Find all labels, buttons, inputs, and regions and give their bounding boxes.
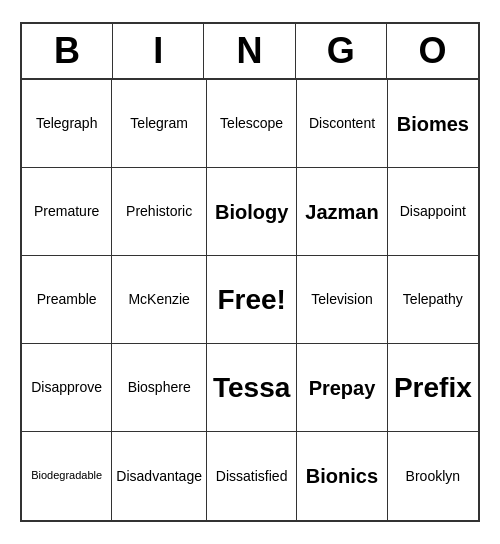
cell-text-3: Discontent xyxy=(309,115,375,132)
cell-text-24: Brooklyn xyxy=(406,468,460,485)
bingo-cell-19: Prefix xyxy=(388,344,478,432)
cell-text-13: Television xyxy=(311,291,372,308)
cell-text-17: Tessa xyxy=(213,371,290,405)
bingo-card: BINGO TelegraphTelegramTelescopeDisconte… xyxy=(20,22,480,522)
cell-text-0: Telegraph xyxy=(36,115,98,132)
bingo-cell-9: Disappoint xyxy=(388,168,478,256)
cell-text-9: Disappoint xyxy=(400,203,466,220)
header-letter-I: I xyxy=(113,24,204,78)
bingo-header: BINGO xyxy=(22,24,478,80)
header-letter-N: N xyxy=(204,24,295,78)
bingo-cell-20: Biodegradable xyxy=(22,432,112,520)
cell-text-15: Disapprove xyxy=(31,379,102,396)
bingo-cell-14: Telepathy xyxy=(388,256,478,344)
bingo-cell-16: Biosphere xyxy=(112,344,207,432)
bingo-cell-4: Biomes xyxy=(388,80,478,168)
bingo-cell-10: Preamble xyxy=(22,256,112,344)
bingo-cell-6: Prehistoric xyxy=(112,168,207,256)
bingo-cell-12: Free! xyxy=(207,256,297,344)
cell-text-14: Telepathy xyxy=(403,291,463,308)
bingo-cell-3: Discontent xyxy=(297,80,387,168)
cell-text-7: Biology xyxy=(215,200,288,224)
cell-text-20: Biodegradable xyxy=(31,469,102,482)
cell-text-1: Telegram xyxy=(130,115,188,132)
header-letter-O: O xyxy=(387,24,478,78)
bingo-cell-0: Telegraph xyxy=(22,80,112,168)
cell-text-12: Free! xyxy=(217,283,285,317)
cell-text-4: Biomes xyxy=(397,112,469,136)
cell-text-23: Bionics xyxy=(306,464,378,488)
bingo-cell-2: Telescope xyxy=(207,80,297,168)
bingo-cell-8: Jazman xyxy=(297,168,387,256)
bingo-cell-1: Telegram xyxy=(112,80,207,168)
cell-text-8: Jazman xyxy=(305,200,378,224)
header-letter-B: B xyxy=(22,24,113,78)
cell-text-2: Telescope xyxy=(220,115,283,132)
cell-text-21: Disadvantage xyxy=(116,468,202,485)
bingo-cell-21: Disadvantage xyxy=(112,432,207,520)
cell-text-10: Preamble xyxy=(37,291,97,308)
bingo-cell-17: Tessa xyxy=(207,344,297,432)
cell-text-11: McKenzie xyxy=(128,291,189,308)
cell-text-6: Prehistoric xyxy=(126,203,192,220)
bingo-cell-11: McKenzie xyxy=(112,256,207,344)
cell-text-5: Premature xyxy=(34,203,99,220)
bingo-cell-24: Brooklyn xyxy=(388,432,478,520)
bingo-cell-13: Television xyxy=(297,256,387,344)
bingo-cell-7: Biology xyxy=(207,168,297,256)
cell-text-16: Biosphere xyxy=(128,379,191,396)
cell-text-22: Dissatisfied xyxy=(216,468,288,485)
bingo-cell-23: Bionics xyxy=(297,432,387,520)
bingo-cell-22: Dissatisfied xyxy=(207,432,297,520)
cell-text-18: Prepay xyxy=(309,376,376,400)
bingo-grid: TelegraphTelegramTelescopeDiscontentBiom… xyxy=(22,80,478,520)
header-letter-G: G xyxy=(296,24,387,78)
bingo-cell-18: Prepay xyxy=(297,344,387,432)
cell-text-19: Prefix xyxy=(394,371,472,405)
bingo-cell-5: Premature xyxy=(22,168,112,256)
bingo-cell-15: Disapprove xyxy=(22,344,112,432)
